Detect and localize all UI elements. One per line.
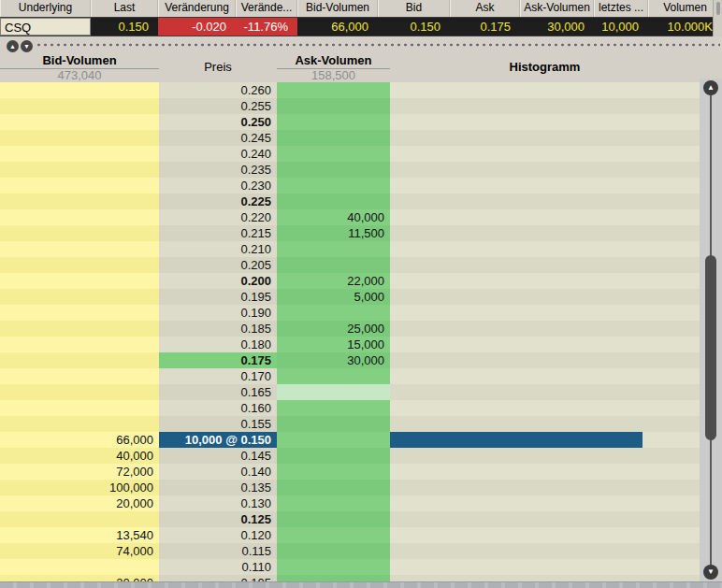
ladder-bid-volume-cell[interactable] [0,416,159,432]
ladder-ask-volume-cell[interactable] [277,559,390,575]
quote-col-ask-volume[interactable]: Ask-Volumen [520,0,594,17]
ladder-bid-volume-cell[interactable] [0,225,159,241]
quote-data-row[interactable]: CSQ 0.150 -0.020 -11.76% 66,000 0.150 0.… [0,17,722,36]
quote-table-scrollbar[interactable] [713,0,722,36]
ladder-bid-volume-cell[interactable] [0,559,159,575]
ladder-ask-volume-cell[interactable] [277,575,390,581]
ladder-ask-volume-cell[interactable] [277,495,390,511]
ladder-price-cell[interactable]: 0.225 [159,194,277,209]
vertical-scrollbar[interactable]: ▲ ▼ [700,79,722,581]
ladder-bid-volume-cell[interactable]: 13,540 [0,527,159,543]
ladder-bid-volume-cell[interactable] [0,209,159,225]
ladder-ask-volume-cell[interactable] [277,162,390,178]
ladder-price-cell[interactable]: 0.165 [159,384,277,400]
ladder-price-cell[interactable]: 0.245 [159,130,277,146]
ladder-ask-volume-cell[interactable] [277,480,390,495]
ladder-ask-volume-cell[interactable] [277,400,390,416]
ladder-bid-volume-cell[interactable]: 100,000 [0,480,159,495]
ladder-bid-volume-cell[interactable]: 72,000 [0,464,159,480]
quote-scrollbar-thumb[interactable] [716,2,720,15]
bid-volume-column-header[interactable]: Bid-Volumen 473,040 [0,52,159,82]
ladder-bid-volume-cell[interactable] [0,82,159,98]
drag-handle-dots[interactable] [36,37,720,52]
quote-col-bid[interactable]: Bid [378,0,450,17]
ladder-price-cell[interactable]: 0.145 [159,448,277,464]
ladder-price-cell[interactable]: 0.200 [159,273,277,289]
ladder-ask-volume-cell[interactable] [277,241,390,257]
ladder-ask-volume-cell[interactable] [277,432,390,448]
ladder-price-cell[interactable]: 0.170 [159,368,277,384]
ladder-price-cell[interactable]: 0.215 [159,225,277,241]
quote-col-last-size[interactable]: letztes ... [594,0,648,17]
ladder-ask-volume-cell[interactable]: 5,000 [277,289,390,305]
ladder-price-cell[interactable]: 0.110 [159,559,277,575]
ladder-price-cell[interactable]: 0.240 [159,146,277,162]
ladder-price-cell[interactable]: 0.230 [159,178,277,194]
ladder-price-cell[interactable]: 0.195 [159,289,277,305]
quote-col-bid-volume[interactable]: Bid-Volumen [297,0,378,17]
ladder-bid-volume-cell[interactable] [0,337,159,352]
ladder-ask-volume-cell[interactable] [277,416,390,432]
bottom-resize-strip[interactable] [0,581,722,588]
ladder-bid-volume-cell[interactable]: 40,000 [0,448,159,464]
ladder-price-cell[interactable]: 0.180 [159,337,277,352]
ladder-bid-volume-cell[interactable]: 20,000 [0,495,159,511]
price-column-header[interactable]: Preis [159,52,277,82]
ladder-price-cell[interactable]: 0.185 [159,321,277,337]
ladder-price-cell[interactable]: 0.130 [159,495,277,511]
ladder-ask-volume-cell[interactable]: 40,000 [277,209,390,225]
ladder-bid-volume-cell[interactable]: 66,000 [0,432,159,448]
scroll-down-button[interactable]: ▼ [21,40,33,52]
ladder-ask-volume-cell[interactable]: 30,000 [277,352,390,368]
ladder-bid-volume-cell[interactable] [0,114,159,130]
ladder-price-cell[interactable]: 0.140 [159,464,277,480]
ladder-bid-volume-cell[interactable] [0,162,159,178]
ladder-bid-volume-cell[interactable] [0,384,159,400]
ladder-bid-volume-cell[interactable] [0,273,159,289]
ladder-bid-volume-cell[interactable] [0,400,159,416]
ladder-ask-volume-cell[interactable]: 15,000 [277,337,390,352]
ladder-ask-volume-cell[interactable] [277,82,390,98]
ladder-ask-volume-cell[interactable] [277,114,390,130]
ladder-price-cell[interactable]: 0.210 [159,241,277,257]
ladder-ask-volume-cell[interactable] [277,384,390,400]
quote-col-last[interactable]: Last [91,0,158,17]
scroll-up-button[interactable]: ▲ [7,40,19,52]
quote-col-change[interactable]: Veränderung [158,0,236,17]
ladder-price-cell[interactable]: 0.175 [159,352,277,368]
ladder-ask-volume-cell[interactable] [277,527,390,543]
ladder-price-cell[interactable]: 0.235 [159,162,277,178]
ladder-ask-volume-cell[interactable] [277,194,390,209]
underlying-cell[interactable]: CSQ [0,18,91,36]
scrollbar-down-icon[interactable]: ▼ [703,565,718,580]
scrollbar-thumb[interactable] [705,255,716,440]
ladder-ask-volume-cell[interactable] [277,146,390,162]
ladder-bid-volume-cell[interactable] [0,130,159,146]
ladder-bid-volume-cell[interactable] [0,368,159,384]
ladder-ask-volume-cell[interactable]: 22,000 [277,273,390,289]
quote-col-ask[interactable]: Ask [450,0,520,17]
ladder-bid-volume-cell[interactable]: 20,000 [0,575,159,581]
ask-volume-column-header[interactable]: Ask-Volumen 158,500 [277,52,390,82]
ladder-bid-volume-cell[interactable] [0,194,159,209]
ladder-price-cell[interactable]: 0.125 [159,511,277,527]
ladder-bid-volume-cell[interactable] [0,98,159,114]
quote-col-volume[interactable]: Volumen [648,0,722,17]
ladder-price-cell[interactable]: 0.260 [159,82,277,98]
ladder-price-cell[interactable]: 0.250 [159,114,277,130]
ladder-bid-volume-cell[interactable] [0,321,159,337]
ladder-price-cell[interactable]: 0.220 [159,209,277,225]
ladder-price-cell[interactable]: 0.255 [159,98,277,114]
quote-col-change-pct[interactable]: Verände... [236,0,297,17]
ladder-price-cell[interactable]: 0.120 [159,527,277,543]
ladder-price-cell[interactable]: 0.205 [159,257,277,273]
ladder-ask-volume-cell[interactable] [277,257,390,273]
last-trade-price-cell[interactable]: 10,000 @ 0.150 [159,432,277,448]
ladder-price-cell[interactable]: 0.190 [159,305,277,321]
ladder-ask-volume-cell[interactable] [277,368,390,384]
ladder-price-cell[interactable]: 0.135 [159,480,277,495]
ladder-ask-volume-cell[interactable] [277,543,390,559]
ladder-bid-volume-cell[interactable] [0,241,159,257]
ladder-bid-volume-cell[interactable] [0,305,159,321]
ladder-bid-volume-cell[interactable] [0,511,159,527]
